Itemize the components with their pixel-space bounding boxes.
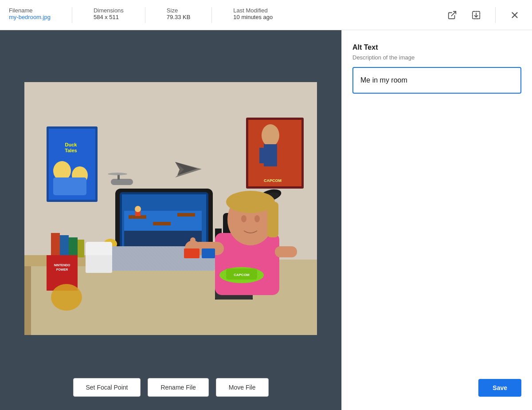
close-button[interactable] (506, 7, 523, 24)
filename-value: my-bedroom.jpg (9, 14, 51, 20)
header: Filename my-bedroom.jpg Dimensions 584 x… (0, 0, 532, 30)
svg-line-0 (451, 11, 456, 16)
svg-rect-9 (24, 266, 31, 335)
svg-text:POWER: POWER (56, 268, 68, 271)
svg-rect-73 (202, 248, 215, 258)
header-meta: Filename my-bedroom.jpg Dimensions 584 x… (9, 7, 444, 23)
alt-text-description: Description of the image (352, 54, 521, 61)
image-preview-panel: Duck Tales CAPCOM (0, 30, 341, 410)
svg-rect-66 (267, 202, 278, 237)
svg-point-19 (262, 124, 279, 146)
alt-text-section: Alt Text Description of the image (352, 43, 521, 94)
svg-rect-72 (184, 248, 200, 258)
divider-1 (72, 7, 72, 23)
main-content: Duck Tales CAPCOM (0, 30, 532, 410)
save-button[interactable]: Save (478, 379, 521, 397)
external-link-icon (447, 10, 457, 20)
svg-text:CAPCOM: CAPCOM (234, 273, 250, 277)
svg-rect-41 (51, 233, 60, 257)
size-meta: Size 79.33 KB (167, 7, 191, 23)
svg-rect-44 (78, 240, 84, 257)
svg-point-68 (254, 215, 260, 222)
svg-rect-35 (177, 213, 195, 217)
last-modified-value: 10 minutes ago (233, 14, 273, 20)
svg-rect-58 (86, 255, 112, 273)
right-panel: Alt Text Description of the image Save (341, 30, 532, 410)
last-modified-meta: Last Modified 10 minutes ago (233, 7, 273, 23)
dimensions-value: 584 x 511 (94, 14, 124, 20)
svg-point-37 (135, 206, 141, 212)
download-icon (471, 10, 481, 20)
svg-rect-34 (153, 222, 171, 225)
size-value: 79.33 KB (167, 14, 191, 20)
image-container: Duck Tales CAPCOM (9, 48, 332, 369)
svg-text:Tales: Tales (65, 148, 77, 153)
svg-rect-21 (259, 148, 266, 163)
svg-rect-25 (111, 179, 133, 185)
svg-rect-16 (53, 177, 86, 195)
open-in-new-tab-button[interactable] (444, 7, 461, 24)
bottom-buttons: Set Focal Point Rename File Move File (73, 369, 269, 397)
filename-label: Filename (9, 7, 51, 14)
preview-image: Duck Tales CAPCOM (24, 82, 317, 335)
move-file-button[interactable]: Move File (216, 378, 269, 397)
svg-point-67 (241, 215, 246, 222)
divider-3 (211, 7, 212, 23)
alt-text-input[interactable] (352, 67, 521, 94)
svg-text:NINTENDO: NINTENDO (54, 264, 70, 267)
svg-point-48 (51, 284, 82, 311)
svg-rect-43 (69, 237, 78, 257)
svg-rect-62 (190, 237, 196, 250)
right-panel-footer: Save (352, 94, 521, 397)
svg-text:Duck: Duck (65, 142, 78, 147)
divider-2 (145, 7, 145, 23)
header-actions (444, 7, 523, 24)
download-button[interactable] (468, 7, 485, 24)
svg-rect-42 (60, 235, 69, 257)
svg-rect-63 (275, 246, 297, 257)
last-modified-label: Last Modified (233, 7, 273, 14)
divider-actions (495, 7, 496, 23)
filename-meta: Filename my-bedroom.jpg (9, 7, 51, 23)
rename-file-button[interactable]: Rename File (148, 378, 208, 397)
size-label: Size (167, 7, 191, 14)
svg-point-27 (108, 173, 127, 175)
alt-text-label: Alt Text (352, 43, 521, 51)
set-focal-point-button[interactable]: Set Focal Point (73, 378, 141, 397)
dimensions-meta: Dimensions 584 x 511 (94, 7, 124, 23)
close-icon (510, 10, 520, 20)
dimensions-label: Dimensions (94, 7, 124, 14)
svg-text:CAPCOM: CAPCOM (264, 178, 282, 183)
